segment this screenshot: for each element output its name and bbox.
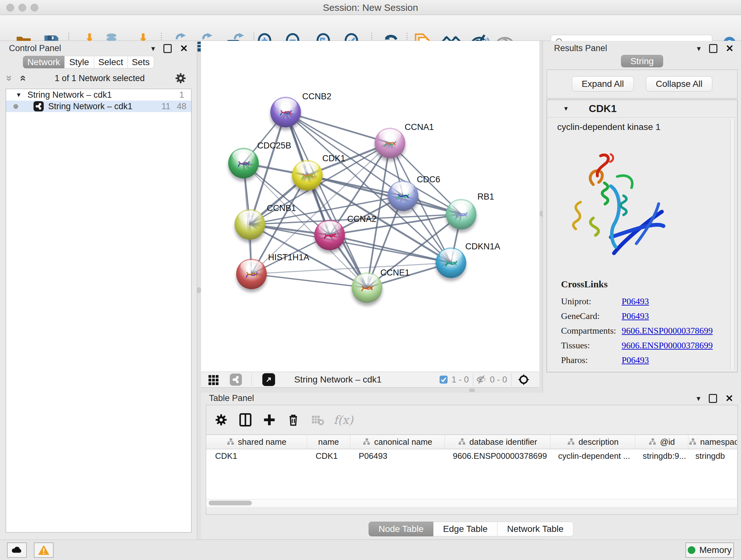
horizontal-splitter-handle[interactable] [469,388,475,392]
collapse-panel-icon[interactable]: ▾ [151,44,155,53]
show-columns-button[interactable] [237,411,254,429]
tab-node-table[interactable]: Node Table [368,522,433,537]
table-hscrollbar[interactable] [206,499,737,507]
column-header-label: shared name [238,437,286,447]
memory-button[interactable]: Memory [685,543,734,558]
protein-ribbon-thumbnail [394,187,413,206]
navbar-separator [473,373,473,386]
open-in-window-button[interactable] [262,373,275,386]
cell-database-identifier[interactable]: 9606.ENSP00000378699 [444,451,549,461]
node-RB1[interactable] [446,199,476,230]
tab-select[interactable]: Select [94,56,128,68]
results-scrollbar[interactable] [730,119,735,369]
tab-string[interactable]: String [621,55,663,67]
checkbox-checked-icon [439,375,448,384]
node-CCNE1[interactable] [352,272,382,303]
cell--id[interactable]: stringdb:9... [634,451,686,461]
delete-column-button[interactable] [284,411,302,429]
network-collection-row[interactable]: ▾ String Network – cdk1 1 [6,89,191,101]
column-header--id[interactable]: @id [635,435,688,449]
node-CCNA2[interactable] [314,220,345,250]
selected-checkbox[interactable] [439,373,448,386]
crosslinks-heading: CrossLinks [561,279,713,290]
close-panel-icon[interactable]: ✕ [725,395,733,402]
cloud-button[interactable] [7,543,27,558]
float-panel-icon[interactable] [709,44,718,53]
card-expander-icon[interactable]: ▾ [564,105,568,113]
table-settings-button[interactable] [212,411,230,429]
warnings-button[interactable] [34,543,54,558]
grid-view-button[interactable] [208,373,219,386]
network-overview-button[interactable] [230,373,242,386]
network-edges [201,41,539,372]
collapse-panel-icon[interactable]: ▾ [697,394,700,403]
table-tabs: Node TableEdge TableNetwork Table [201,522,741,537]
tab-style[interactable]: Style [64,56,94,68]
node-label-CCNA1: CCNA1 [405,122,434,132]
cytoscape-window: Session: New Session [0,0,741,560]
tab-edge-table[interactable]: Edge Table [433,522,497,537]
cell-shared-name[interactable]: CDK1 [206,451,307,461]
crosslink-label: GeneCard: [561,309,622,323]
cell-name[interactable]: CDK1 [307,451,350,461]
protein-card-header[interactable]: ▾ CDK1 [547,100,737,118]
tab-network[interactable]: Network [23,56,64,68]
cell-namespac[interactable]: stringdb [686,451,737,461]
column-header-database-identifier[interactable]: database identifier [445,435,550,449]
float-panel-icon[interactable] [709,394,717,403]
node-CCNA1[interactable] [375,128,405,159]
column-header-canonical-name[interactable]: canonical name [350,435,445,449]
protein-ribbon-thumbnail [298,166,317,186]
network-view[interactable]: CCNB2CCNA1CDC25BCDK1CDC6RB1CCNB1CCNA2CDK… [201,41,539,372]
expand-all-icon[interactable]: » [5,75,15,81]
external-link-icon [262,373,275,386]
node-CDK1[interactable] [292,160,323,191]
tree-expander-icon[interactable]: ▾ [17,91,20,99]
column-header-name[interactable]: name [307,435,350,449]
crosslink-link[interactable]: P06493 [622,294,649,309]
cloud-icon [10,544,23,557]
hidden-eye-icon [476,374,487,385]
node-CCNB1[interactable] [234,209,265,240]
hidden-toggle[interactable] [476,373,487,386]
cell-canonical-name[interactable]: P06493 [350,451,444,461]
table-row[interactable]: CDK1CDK1P064939606.ENSP00000378699cyclin… [206,449,737,462]
gear-icon[interactable] [175,72,187,84]
expand-all-button[interactable]: Expand All [572,76,634,91]
tab-network-table[interactable]: Network Table [497,522,574,537]
tab-sets[interactable]: Sets [128,56,154,68]
close-panel-icon[interactable]: ✕ [180,45,188,52]
delete-table-button[interactable] [309,411,327,429]
crosslink-link[interactable]: 9606.ENSP00000378699 [622,323,713,338]
create-column-button[interactable] [260,411,278,429]
birdseye-button[interactable] [517,373,530,386]
network-row[interactable]: String Network – cdk1 11 48 [6,101,191,112]
cell-description[interactable]: cyclin-dependent ... [549,451,634,461]
close-panel-icon[interactable]: ✕ [726,45,734,52]
column-header-description[interactable]: description [550,435,635,449]
collapse-panel-icon[interactable]: ▾ [697,44,701,53]
float-panel-icon[interactable] [163,44,172,53]
node-label-CCNE1: CCNE1 [381,268,410,278]
edge-CCNB2-CCNA1[interactable] [286,112,390,143]
hierarchy-icon [362,438,371,446]
collapse-all-icon[interactable]: » [17,75,26,81]
table-header-row: shared namenamecanonical namedatabase id… [206,435,737,449]
function-builder-button[interactable]: f(x) [334,411,352,429]
collapse-all-button[interactable]: Collapse All [646,76,712,91]
node-CCNB2[interactable] [270,97,301,127]
expand-collapse-box: Expand All Collapse All [547,70,738,98]
edge-HIST1H1A-CCNE1[interactable] [252,274,367,288]
edge-CCNA2-CDKN1A[interactable] [330,235,451,263]
hscrollbar-thumb[interactable] [209,501,252,505]
column-header-shared-name[interactable]: shared name [206,435,307,449]
crosslink-link[interactable]: P06493 [622,353,649,368]
crosslink-link[interactable]: P06493 [622,309,649,323]
node-CDKN1A[interactable] [435,247,466,278]
crosslink-link[interactable]: 9606.ENSP00000378699 [622,338,713,353]
node-CDC25B[interactable] [228,148,259,179]
node-CDC6[interactable] [388,180,418,211]
left-splitter-handle[interactable] [197,287,201,293]
node-HIST1H1A[interactable] [236,259,267,289]
column-header-namespac[interactable]: namespac [688,435,737,449]
